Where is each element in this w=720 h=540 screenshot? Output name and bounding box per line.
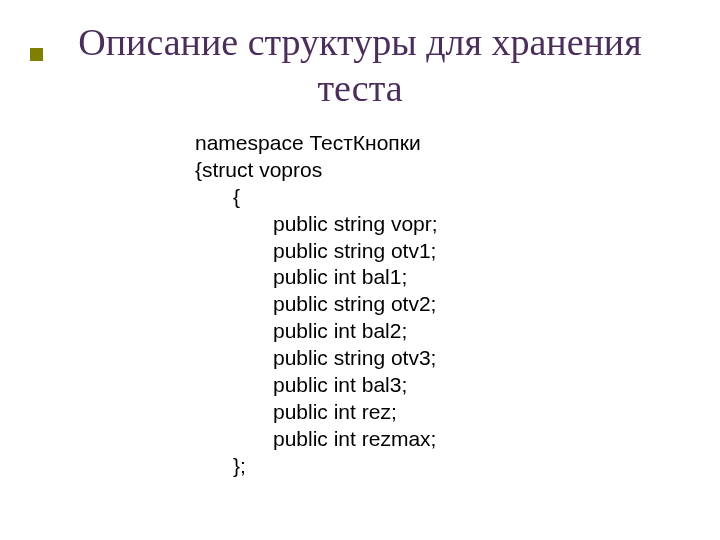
code-line: {struct vopros xyxy=(195,157,438,184)
title-text-line1: Описание структуры для хранения xyxy=(78,21,641,63)
code-line: public int bal3; xyxy=(195,372,438,399)
code-line: public string vopr; xyxy=(195,211,438,238)
code-line: public string otv3; xyxy=(195,345,438,372)
code-line: public int bal2; xyxy=(195,318,438,345)
code-block: namespace ТестКнопки {struct vopros { pu… xyxy=(195,130,438,479)
code-line: public string otv1; xyxy=(195,238,438,265)
code-line: public int rezmax; xyxy=(195,426,438,453)
code-line: public string otv2; xyxy=(195,291,438,318)
code-line: public int bal1; xyxy=(195,264,438,291)
code-line: }; xyxy=(195,453,438,480)
title-text-line2: теста xyxy=(317,67,402,109)
code-line: public int rez; xyxy=(195,399,438,426)
slide-title: Описание структуры для хранения теста xyxy=(0,20,720,111)
code-line: { xyxy=(195,184,438,211)
code-line: namespace ТестКнопки xyxy=(195,130,438,157)
